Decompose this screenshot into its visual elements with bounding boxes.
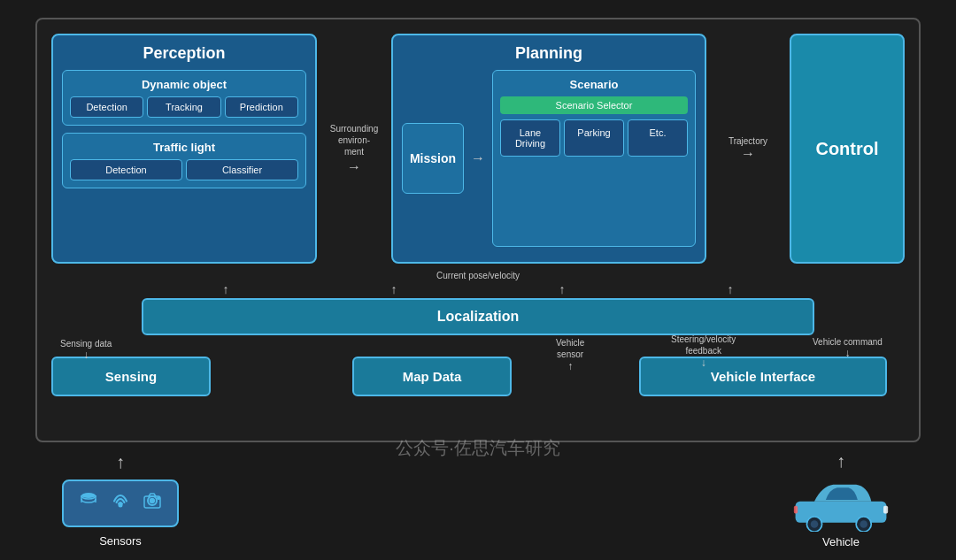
svg-point-1 — [120, 504, 122, 507]
parking-box: Parking — [564, 119, 624, 157]
etc-box: Etc. — [628, 119, 688, 157]
down-arrow-steering: ↓ — [671, 357, 736, 369]
arrow-mission: → — [471, 150, 485, 166]
radar-icon — [110, 490, 131, 517]
bottom-row: Sensing data ↓ Sensing Map Data Vehicles… — [51, 357, 905, 396]
planning-title: Planning — [402, 44, 696, 63]
sensors-label: Sensors — [99, 534, 142, 548]
up-arrow-vehicle: ↑ — [836, 451, 845, 472]
prediction-box: Prediction — [225, 96, 298, 118]
svg-point-5 — [158, 497, 159, 499]
right-arrow-trajectory: → — [741, 146, 755, 162]
svg-point-8 — [811, 520, 819, 528]
detection-box-1: Detection — [70, 96, 143, 118]
sensing-block: Sensing — [51, 357, 211, 396]
down-arrow-sensing: ↓ — [83, 349, 89, 361]
scenario-sub-boxes: Lane Driving Parking Etc. — [500, 119, 688, 157]
up-arrow-sensors: ↑ — [116, 452, 125, 472]
svg-point-3 — [150, 499, 155, 503]
surrounding-env-label: Surroundingenviron-ment — [330, 123, 378, 157]
top-row: Perception Dynamic object Detection Trac… — [51, 34, 905, 264]
dynamic-object-title: Dynamic object — [70, 78, 298, 91]
steering-feedback-group: Steering/velocityfeedback ↓ — [671, 334, 736, 369]
scenario-outer: Scenario Scenario Selector Lane Driving … — [492, 70, 696, 247]
lidar-icon — [78, 490, 99, 517]
svg-point-10 — [860, 520, 867, 528]
vehicle-sensor-label: Vehiclesensor — [556, 337, 584, 360]
control-block: Control — [790, 34, 905, 264]
below-container: ↑ — [35, 451, 921, 548]
main-diagram: Perception Dynamic object Detection Trac… — [35, 18, 921, 442]
up-arrow-4: ↑ — [728, 282, 734, 296]
sensing-wrapper: Sensing — [51, 357, 211, 396]
svg-rect-12 — [794, 506, 798, 514]
tracking-box: Tracking — [147, 96, 220, 118]
localization-bar: Localization — [142, 298, 814, 335]
steering-feedback-label: Steering/velocityfeedback — [671, 334, 736, 357]
mission-box: Mission — [402, 123, 464, 194]
svg-point-0 — [81, 493, 96, 498]
vehicle-sensor-group: Vehiclesensor ↑ — [556, 337, 584, 372]
perception-title: Perception — [62, 44, 306, 63]
perception-block: Perception Dynamic object Detection Trac… — [51, 34, 317, 264]
sensing-data-label: Sensing data — [60, 339, 112, 349]
scenario-selector: Scenario Selector — [500, 96, 688, 114]
svg-rect-11 — [883, 506, 888, 514]
scenario-title: Scenario — [500, 78, 688, 91]
lane-driving-box: Lane Driving — [500, 119, 560, 157]
planning-block: Planning Mission → Scenario Scenario Sel… — [391, 34, 706, 264]
trajectory-label: Trajectory — [729, 136, 767, 146]
dynamic-object-box: Dynamic object Detection Tracking Predic… — [62, 70, 306, 126]
planning-inner: Mission → Scenario Scenario Selector Lan… — [402, 70, 696, 247]
traffic-sub-boxes: Detection Classifier — [70, 159, 298, 180]
detection-box-2: Detection — [70, 159, 182, 180]
vehicle-command-label: Vehicle command — [813, 337, 883, 347]
sensors-icons-box — [62, 479, 179, 527]
dynamic-sub-boxes: Detection Tracking Prediction — [70, 96, 298, 118]
down-arrow-vcmd: ↓ — [813, 347, 883, 359]
localization-section: Current pose/velocity ↑ ↑ ↑ ↑ Localizati… — [51, 271, 905, 335]
current-pose-label: Current pose/velocity — [51, 271, 905, 280]
vehicle-command-group: Vehicle command ↓ — [813, 337, 883, 359]
up-arrow-3: ↑ — [559, 282, 566, 296]
up-arrow-vsensor: ↑ — [556, 360, 584, 372]
up-arrow-2: ↑ — [391, 282, 397, 296]
camera-icon — [142, 490, 163, 517]
right-arrow-env: → — [347, 159, 361, 175]
sensing-data-group: Sensing data ↓ — [60, 339, 112, 361]
classifier-box: Classifier — [186, 159, 298, 180]
sensors-group: ↑ — [62, 452, 179, 548]
mapdata-block: Map Data — [352, 357, 512, 396]
vehicle-svg — [788, 479, 894, 532]
traffic-light-title: Traffic light — [70, 141, 298, 154]
control-title: Control — [815, 139, 878, 159]
vehicle-label: Vehicle — [822, 535, 860, 548]
mapdata-wrapper: Map Data — [281, 357, 441, 396]
up-arrow-1: ↑ — [223, 282, 229, 296]
vehicle-group: ↑ Vehicle — [788, 451, 894, 548]
traffic-light-box: Traffic light Detection Classifier — [62, 133, 306, 188]
